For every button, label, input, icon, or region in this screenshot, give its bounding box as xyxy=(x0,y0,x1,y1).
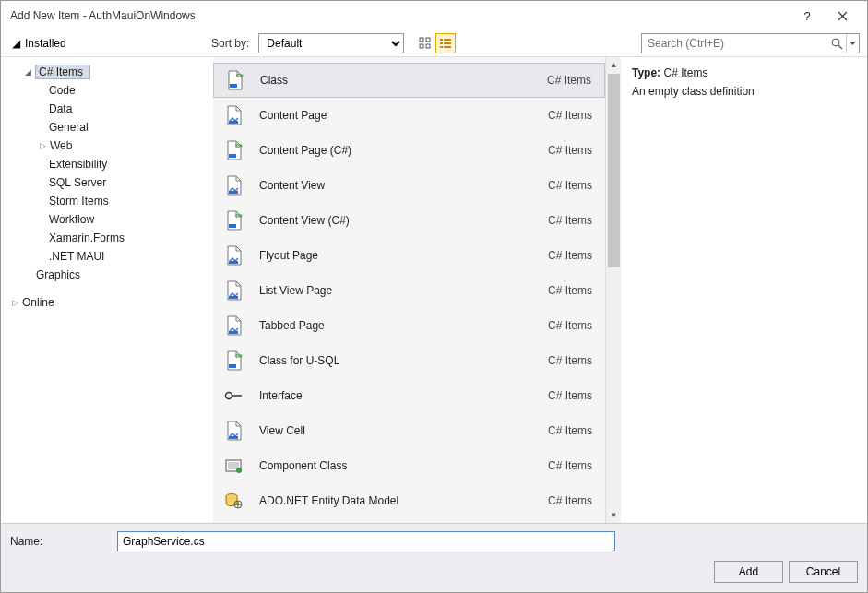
add-button[interactable]: Add xyxy=(714,561,783,583)
template-row[interactable]: C#Content Page (C#)C# Items xyxy=(213,133,605,168)
tree-label: Web xyxy=(50,139,72,152)
tree-label: Code xyxy=(49,84,76,97)
expand-arrow-icon: ▷ xyxy=(38,141,47,150)
svg-rect-27 xyxy=(229,436,238,439)
tree-label: SQL Server xyxy=(49,176,106,189)
collapse-arrow-icon: ◢ xyxy=(23,67,32,77)
template-category: C# Items xyxy=(548,284,592,297)
template-row[interactable]: C#ClassC# Items xyxy=(213,63,605,98)
tree-node-extensibility[interactable]: Extensibility xyxy=(6,155,213,173)
sort-by-label: Sort by: xyxy=(211,37,249,50)
xaml-file-icon xyxy=(220,172,246,198)
template-label: Flyout Page xyxy=(259,249,535,262)
tree-node-data[interactable]: Data xyxy=(6,100,213,118)
template-label: Tabbed Page xyxy=(259,319,535,332)
template-category: C# Items xyxy=(548,214,592,227)
search-icon[interactable] xyxy=(827,34,846,53)
tree-node-csitems[interactable]: ◢ C# Items xyxy=(6,63,213,81)
tree-header-installed[interactable]: ◢ Installed xyxy=(8,37,206,50)
name-input[interactable] xyxy=(117,531,615,551)
template-row[interactable]: Tabbed PageC# Items xyxy=(213,308,605,343)
template-row[interactable]: Content ViewC# Items xyxy=(213,168,605,203)
type-value: C# Items xyxy=(663,66,707,79)
tree-label: C# Items xyxy=(35,65,90,79)
category-tree[interactable]: ◢ C# Items CodeDataGeneral▷WebExtensibil… xyxy=(1,57,213,523)
template-row[interactable]: ADO.NET Entity Data ModelC# Items xyxy=(213,483,605,518)
close-button[interactable] xyxy=(825,3,860,29)
search-box[interactable] xyxy=(641,33,860,53)
template-row[interactable]: View CellC# Items xyxy=(213,413,605,448)
svg-line-11 xyxy=(838,45,842,49)
view-tiles-button[interactable] xyxy=(415,33,435,53)
xaml-file-icon xyxy=(220,102,246,128)
toolbar: ◢ Installed Sort by: Default xyxy=(1,30,867,56)
template-label: List View Page xyxy=(259,284,535,297)
cs-file-icon: C# xyxy=(220,137,246,163)
tree-node-code[interactable]: Code xyxy=(6,81,213,100)
cancel-button[interactable]: Cancel xyxy=(789,561,858,583)
search-dropdown[interactable] xyxy=(846,34,859,53)
search-input[interactable] xyxy=(642,37,827,50)
template-category: C# Items xyxy=(548,424,592,437)
svg-rect-13 xyxy=(230,84,237,88)
tree-label: Storm Items xyxy=(49,195,109,208)
tree-node-general[interactable]: General xyxy=(6,118,213,136)
tree-label: General xyxy=(49,121,89,134)
sort-by-select[interactable]: Default xyxy=(258,33,404,53)
template-category: C# Items xyxy=(548,459,592,472)
template-row[interactable]: C#Class for U-SQLC# Items xyxy=(213,343,605,378)
tree-label: Online xyxy=(22,296,54,309)
template-category: C# Items xyxy=(548,249,592,262)
titlebar: Add New Item - AuthMauiOnWindows ? xyxy=(1,1,867,30)
detail-panel: Type: C# Items An empty class definition xyxy=(621,57,867,523)
svg-rect-3 xyxy=(426,44,430,48)
xaml-file-icon xyxy=(220,243,246,268)
svg-point-25 xyxy=(226,393,232,399)
template-category: C# Items xyxy=(548,494,592,507)
tree-node-xamarin-forms[interactable]: Xamarin.Forms xyxy=(6,229,213,247)
svg-rect-7 xyxy=(444,42,451,44)
template-row[interactable]: Component ClassC# Items xyxy=(213,448,605,483)
template-category: C# Items xyxy=(548,389,592,402)
tree-node-web[interactable]: ▷Web xyxy=(6,136,213,155)
svg-text:C#: C# xyxy=(236,73,244,78)
svg-rect-4 xyxy=(440,39,443,41)
svg-point-30 xyxy=(236,468,242,473)
tree-node-storm-items[interactable]: Storm Items xyxy=(6,192,213,210)
template-category: C# Items xyxy=(547,74,591,87)
description: An empty class definition xyxy=(632,85,856,98)
svg-rect-22 xyxy=(229,331,238,334)
tree-node-workflow[interactable]: Workflow xyxy=(6,210,213,229)
scroll-down-icon[interactable]: ▼ xyxy=(606,507,622,523)
cs-file-icon: C# xyxy=(220,208,246,233)
tree-node--net-maui[interactable]: .NET MAUI xyxy=(6,247,213,266)
scroll-thumb[interactable] xyxy=(608,74,620,267)
template-label: Content View (C#) xyxy=(259,214,535,227)
type-line: Type: C# Items xyxy=(632,66,856,79)
scroll-up-icon[interactable]: ▲ xyxy=(606,57,622,73)
template-category: C# Items xyxy=(548,109,592,122)
template-category: C# Items xyxy=(548,179,592,192)
template-list[interactable]: C#ClassC# ItemsContent PageC# ItemsC#Con… xyxy=(213,57,605,523)
expand-arrow-icon: ▷ xyxy=(10,298,19,307)
template-row[interactable]: InterfaceC# Items xyxy=(213,378,605,413)
template-row[interactable]: List View PageC# Items xyxy=(213,273,605,308)
tree-node-online[interactable]: ▷ Online xyxy=(6,293,213,312)
tree-label: .NET MAUI xyxy=(49,250,104,263)
template-row[interactable]: Content PageC# Items xyxy=(213,98,605,133)
tree-node-sql-server[interactable]: SQL Server xyxy=(6,173,213,192)
ado-file-icon xyxy=(220,488,246,514)
view-list-button[interactable] xyxy=(435,33,456,53)
tree-label: Graphics xyxy=(36,268,80,281)
template-row[interactable]: C#Content View (C#)C# Items xyxy=(213,203,605,238)
template-label: ADO.NET Entity Data Model xyxy=(259,494,535,507)
template-category: C# Items xyxy=(548,319,592,332)
svg-text:C#: C# xyxy=(235,353,243,359)
help-button[interactable]: ? xyxy=(790,3,825,29)
template-row[interactable]: Flyout PageC# Items xyxy=(213,238,605,273)
template-category: C# Items xyxy=(548,144,592,157)
iface-file-icon xyxy=(220,383,246,409)
name-label: Name: xyxy=(10,535,110,548)
tree-node-graphics[interactable]: Graphics xyxy=(6,266,213,284)
scrollbar[interactable]: ▲ ▼ xyxy=(605,57,621,523)
